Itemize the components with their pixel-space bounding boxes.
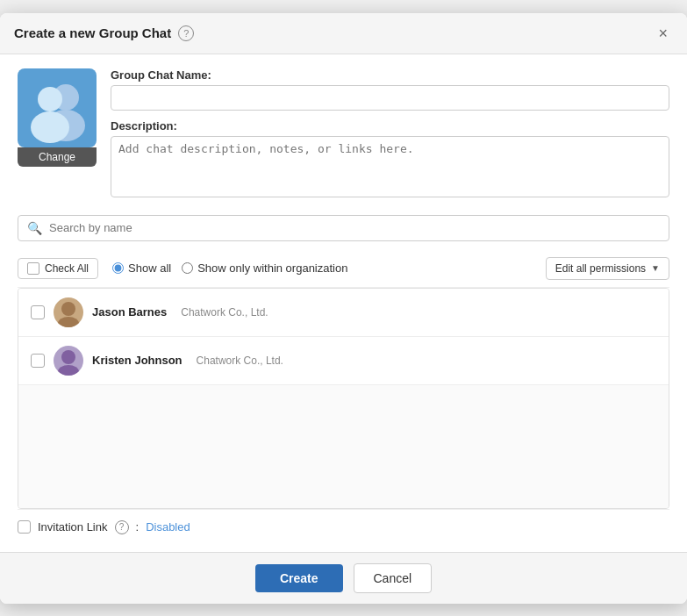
invitation-help-icon[interactable]: ? xyxy=(115,520,129,534)
check-all-label: Check All xyxy=(45,262,89,275)
contact-org-jason: Chatwork Co., Ltd. xyxy=(181,306,268,319)
avatar-image xyxy=(18,68,97,147)
svg-point-3 xyxy=(31,111,69,143)
svg-point-6 xyxy=(61,350,75,364)
table-row: Kristen Johnson Chatwork Co., Ltd. xyxy=(18,337,669,385)
svg-point-7 xyxy=(58,365,79,376)
invitation-link-checkbox[interactable] xyxy=(18,520,31,534)
contact-name-jason: Jason Barnes xyxy=(92,305,167,319)
avatar-kristen xyxy=(54,346,83,376)
check-all-checkbox-icon xyxy=(27,262,39,275)
filter-bar: Check All Show all Show only within orga… xyxy=(18,250,669,288)
avatar-area: Change xyxy=(18,68,97,201)
contacts-list: Jason Barnes Chatwork Co., Ltd. Kristen … xyxy=(18,288,669,509)
change-avatar-button[interactable]: Change xyxy=(18,147,97,167)
create-group-chat-modal: Create a new Group Chat ? × xyxy=(0,13,687,604)
search-icon: 🔍 xyxy=(27,221,42,235)
check-all-button[interactable]: Check All xyxy=(18,258,98,279)
show-all-label: Show all xyxy=(128,261,171,275)
avatar-svg xyxy=(22,73,92,143)
search-section: 🔍 xyxy=(18,215,669,241)
show-within-org-radio[interactable] xyxy=(182,262,193,274)
show-all-radio[interactable] xyxy=(112,262,124,274)
invitation-link-label: Invitation Link xyxy=(38,520,108,534)
create-button[interactable]: Create xyxy=(255,564,343,592)
svg-point-5 xyxy=(58,317,79,327)
radio-group: Show all Show only within organization xyxy=(112,261,347,275)
group-name-input[interactable] xyxy=(111,85,669,111)
invitation-status: Disabled xyxy=(146,520,190,534)
invitation-section: Invitation Link ? : Disabled xyxy=(18,509,669,538)
avatar-icon-kristen xyxy=(54,346,83,376)
contact-name-kristen: Kristen Johnson xyxy=(92,354,182,367)
description-textarea[interactable] xyxy=(111,136,669,197)
show-all-radio-label[interactable]: Show all xyxy=(112,261,171,275)
table-row: Jason Barnes Chatwork Co., Ltd. xyxy=(18,289,669,337)
avatar-jason xyxy=(54,297,83,327)
edit-permissions-button[interactable]: Edit all permissions ▼ xyxy=(546,257,669,280)
modal-body: Change Group Chat Name: Description: 🔍 xyxy=(0,54,687,552)
avatar-icon-jason xyxy=(54,297,83,327)
description-label: Description: xyxy=(111,119,669,133)
show-within-org-radio-label[interactable]: Show only within organization xyxy=(182,261,347,275)
show-within-org-label: Show only within organization xyxy=(197,261,347,275)
svg-point-4 xyxy=(61,302,75,316)
svg-point-2 xyxy=(38,87,62,111)
group-name-label: Group Chat Name: xyxy=(111,68,669,82)
form-fields: Group Chat Name: Description: xyxy=(111,68,669,201)
contact-checkbox-kristen[interactable] xyxy=(31,354,45,368)
form-section: Change Group Chat Name: Description: xyxy=(18,68,669,201)
close-button[interactable]: × xyxy=(653,24,673,43)
edit-permissions-label: Edit all permissions xyxy=(555,262,646,275)
search-box: 🔍 xyxy=(18,215,669,241)
group-name-field-group: Group Chat Name: xyxy=(111,68,669,111)
contact-org-kristen: Chatwork Co., Ltd. xyxy=(197,355,283,367)
header-left: Create a new Group Chat ? xyxy=(14,25,194,41)
contact-checkbox-jason[interactable] xyxy=(31,305,45,319)
modal-footer: Create Cancel xyxy=(0,552,687,604)
cancel-button[interactable]: Cancel xyxy=(354,563,433,593)
invitation-colon: : xyxy=(136,520,140,534)
modal-header: Create a new Group Chat ? × xyxy=(0,13,687,54)
title-help-icon[interactable]: ? xyxy=(178,25,194,41)
dropdown-arrow-icon: ▼ xyxy=(651,263,660,273)
empty-list-area xyxy=(18,385,669,508)
filter-left: Check All Show all Show only within orga… xyxy=(18,258,347,279)
description-field-group: Description: xyxy=(111,119,669,201)
modal-title: Create a new Group Chat xyxy=(14,25,171,40)
search-input[interactable] xyxy=(49,221,660,234)
